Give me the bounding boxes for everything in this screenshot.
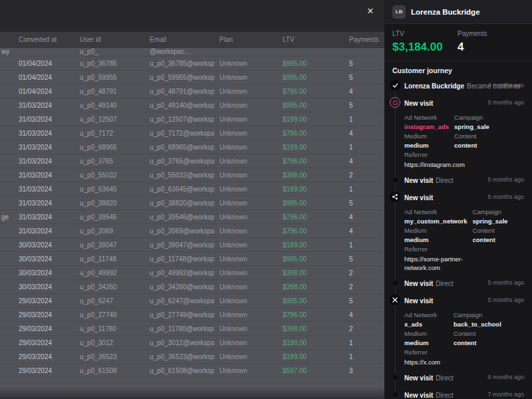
- referrer-value: https://some-partner-network.com: [404, 255, 473, 272]
- plan-cell: Unknown: [214, 144, 277, 151]
- table-row[interactable]: 29/03/2024u_p0_36523u_p0_36523@workspac……: [0, 350, 384, 364]
- table-row[interactable]: 31/03/2024u_p0_12507u_p0_12507@workspac……: [0, 112, 384, 126]
- table-row[interactable]: 30/03/2024u_p0_11748u_p0_11748@workspac……: [0, 252, 384, 266]
- uid-cell: u_p0_39546: [74, 213, 144, 221]
- date-cell: 01/04/2024: [13, 88, 74, 95]
- medium-value: medium: [404, 141, 449, 150]
- referrer-value: https://instagram.com: [404, 160, 473, 169]
- table-row[interactable]: 29/03/2024u_p0_27749u_p0_27749@workspac……: [0, 308, 384, 322]
- date-cell: 29/03/2024: [13, 339, 74, 346]
- date-cell: 29/03/2024: [13, 325, 74, 332]
- ad-network-label: Ad Network: [404, 311, 448, 320]
- event-subtitle: Direct: [436, 280, 453, 287]
- table-row[interactable]: 31/03/2024u_p0_49140u_p0_49140@workspac……: [0, 98, 384, 112]
- ltv-value: $3,184.00: [392, 41, 458, 54]
- table-row[interactable]: 29/03/2024u_p0_11780u_p0_11780@workspac……: [0, 322, 384, 336]
- uid-cell: u_p0_12507: [74, 116, 144, 123]
- table-row[interactable]: 30/03/2024u_p0_39047u_p0_39047@workspac……: [0, 238, 384, 252]
- table-header-row: Converted atUser idEmailPlanLTVPayments: [0, 32, 384, 48]
- table-row[interactable]: [0, 378, 384, 392]
- plan-cell: Unknown: [214, 60, 277, 67]
- uid-cell: u_p0_48791: [74, 88, 144, 95]
- plan-cell: Unknown: [214, 297, 277, 305]
- date-cell: 31/03/2024: [13, 144, 74, 151]
- date-cell: 31/03/2024: [13, 130, 74, 137]
- pay-cell: 1: [344, 116, 384, 123]
- customer-detail-panel: LB Lorenza Buckridge LTV $3,184.00 Payme…: [384, 0, 532, 399]
- ltv-cell: $995.00: [277, 297, 344, 305]
- table-row[interactable]: 29/03/2024u_p0_3012u_p0_3012@workspace…U…: [0, 336, 384, 350]
- ad-network-label: Ad Network: [404, 113, 449, 122]
- content-label: Content: [454, 132, 527, 141]
- campaign-value: back_to_school: [454, 320, 527, 329]
- date-cell: 30/03/2024: [13, 269, 74, 277]
- table-row[interactable]: 31/03/2024u_p0_68965u_p0_68965@workspac……: [0, 140, 384, 154]
- email-cell: u_p0_38820@workspac…: [144, 200, 214, 207]
- pay-cell: 5: [344, 200, 384, 207]
- table-row[interactable]: 30/03/2024u_p0_49992u_p0_49992@workspac……: [0, 266, 384, 280]
- table-row[interactable]: 30/03/2024u_p0_34260u_p0_34260@workspac……: [0, 280, 384, 294]
- table-row[interactable]: 31/03/2024u_p0_7172u_p0_7172@workspace…U…: [0, 126, 384, 140]
- referrer-label: Referrer: [404, 348, 448, 357]
- email-cell: u_p0_6247@workspace…: [144, 297, 214, 305]
- table-row[interactable]: 01/04/2024u_p0_59955u_p0_59955@workspac……: [0, 70, 384, 84]
- column-header-user-id[interactable]: User id: [74, 36, 144, 43]
- visit-details: Ad NetworkCampaignx_adsback_to_schoolMed…: [404, 311, 532, 366]
- table-row[interactable]: 31/03/2024u_p0_38820u_p0_38820@workspac……: [0, 196, 384, 210]
- close-button[interactable]: ✕: [363, 4, 378, 19]
- uid-cell: u_p0_49140: [74, 102, 144, 109]
- table-row[interactable]: 29/03/2024u_p0_6247u_p0_6247@workspace…U…: [0, 294, 384, 308]
- pay-cell: 5: [344, 255, 384, 263]
- ltv-cell: $796.00: [277, 213, 344, 221]
- uid-cell: u_p0_49992: [74, 269, 144, 277]
- column-header-email[interactable]: Email: [144, 36, 214, 43]
- referrer-value: https://x.com: [404, 358, 473, 366]
- date-cell: 31/03/2024: [13, 102, 74, 109]
- pay-cell: 4: [344, 88, 384, 95]
- ad-network-value: my_custom_network: [404, 217, 467, 226]
- journey-event: 4 months agoLorenza BuckridgeBecame cust…: [384, 80, 532, 92]
- pay-cell: 1: [344, 353, 384, 360]
- email-cell: u_p0_3765@workspace…: [144, 158, 214, 165]
- table-row[interactable]: 01/04/2024u_p0_36785u_p0_36785@workspac……: [0, 57, 384, 70]
- column-header-ltv[interactable]: LTV: [277, 36, 344, 43]
- date-cell: 30/03/2024: [13, 255, 74, 263]
- table-row[interactable]: 31/03/2024u_p0_2069u_p0_2069@workspace…U…: [0, 224, 384, 238]
- ltv-cell: $995.00: [277, 74, 344, 81]
- table-row[interactable]: 01/04/2024u_p0_48791u_p0_48791@workspac……: [0, 84, 384, 98]
- uid-cell: u_p0_39047: [74, 241, 144, 249]
- content-value: content: [454, 338, 527, 348]
- customer-stats: LTV $3,184.00 Payments 4: [384, 24, 532, 61]
- journey-event: 5 months agoNew visitDirect: [384, 277, 532, 289]
- table-row[interactable]: wyu_p0_@workspac…: [0, 48, 384, 57]
- ltv-cell: $796.00: [277, 311, 344, 319]
- table-row[interactable]: 29/03/2024u_p0_61508u_p0_61508@workspac……: [0, 364, 384, 378]
- table-row[interactable]: 31/03/2024u_p0_55032u_p0_55032@workspac……: [0, 168, 384, 182]
- pay-cell: 5: [344, 102, 384, 109]
- content-value: content: [473, 235, 527, 245]
- campaign-label: Campaign: [454, 113, 527, 122]
- column-header-payments[interactable]: Payments: [344, 36, 384, 43]
- table-row[interactable]: 31/03/2024u_p0_63645u_p0_63645@workspac……: [0, 182, 384, 196]
- column-header-converted-at[interactable]: Converted at: [13, 36, 74, 43]
- ad-network-value: x_ads: [404, 320, 448, 329]
- table-row[interactable]: [0, 392, 384, 399]
- date-cell: 31/03/2024: [13, 213, 74, 221]
- email-cell: u_p0_59955@workspac…: [144, 74, 214, 81]
- email-cell: u_p0_55032@workspac…: [144, 172, 214, 179]
- table-row[interactable]: ge31/03/2024u_p0_39546u_p0_39546@workspa…: [0, 210, 384, 224]
- plan-cell: Unknown: [214, 325, 277, 332]
- campaign-value: spring_sale: [454, 122, 527, 132]
- check-icon: [390, 80, 400, 90]
- column-header-plan[interactable]: Plan: [214, 36, 277, 43]
- plan-cell: Unknown: [214, 116, 277, 123]
- ltv-cell: $199.00: [277, 186, 344, 193]
- event-time: 5 months ago: [487, 194, 524, 200]
- table-row[interactable]: 31/03/2024u_p0_3765u_p0_3765@workspace…U…: [0, 154, 384, 168]
- event-time: 5 months ago: [487, 297, 524, 303]
- uid-cell: u_p0_59955: [74, 74, 144, 81]
- pay-cell: 2: [344, 325, 384, 332]
- medium-value: medium: [404, 235, 467, 245]
- pay-cell: 5: [344, 297, 384, 305]
- plan-cell: Unknown: [214, 311, 277, 319]
